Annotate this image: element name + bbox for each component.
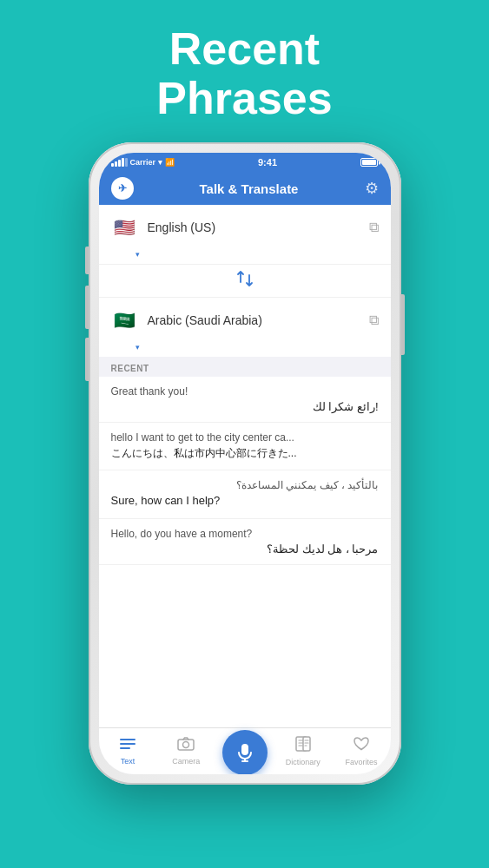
battery-icon [360, 158, 378, 167]
tab-favorites-label: Favorites [345, 758, 377, 766]
phrase-english: hello I want to get to the city center c… [111, 431, 379, 444]
to-language-row[interactable]: 🇸🇦 Arabic (Saudi Arabia) ⧉ [99, 298, 391, 343]
list-item[interactable]: Hello, do you have a moment? مرحبا ، هل … [99, 519, 391, 565]
tab-favorites[interactable]: Favorites [332, 736, 390, 766]
list-item[interactable]: Great thank you! !رائع شكرا لك [99, 377, 391, 423]
phone-mockup: Carrier ▾ 📶 9:41 ✈ Talk & Translate ⚙ 🇺🇸… [89, 142, 401, 785]
to-language-name: Arabic (Saudi Arabia) [148, 313, 369, 327]
tab-dictionary-label: Dictionary [286, 758, 320, 766]
svg-point-4 [183, 742, 189, 748]
tab-mic[interactable] [215, 749, 274, 754]
recent-section-header: RECENT [99, 357, 391, 377]
language-selector-card: 🇺🇸 English (US) ⧉ ▾ 🇸🇦 Arabic (Saudi Ara… [99, 205, 391, 357]
nav-bar: ✈ Talk & Translate ⚙ [99, 172, 391, 205]
phrase-translated: Sure, how can I help? [111, 494, 379, 507]
from-flag: 🇺🇸 [111, 214, 139, 241]
phrase-english: Great thank you! [111, 385, 379, 398]
from-language-chevron[interactable]: ▾ [99, 250, 391, 264]
settings-icon[interactable]: ⚙ [365, 179, 379, 198]
volume-up-button [85, 286, 89, 329]
text-tab-icon [120, 737, 135, 755]
phrase-english: Hello, do you have a moment? [111, 528, 379, 540]
wifi-icon: ▾ 📶 [158, 158, 175, 167]
camera-tab-icon [177, 737, 195, 755]
phrase-translated: !رائع شكرا لك [111, 400, 379, 413]
status-bar: Carrier ▾ 📶 9:41 [99, 153, 391, 172]
status-right-icons [360, 158, 378, 167]
mic-button[interactable] [222, 730, 268, 775]
tab-camera-label: Camera [172, 757, 200, 766]
page-header: Recent Phrases [156, 24, 332, 123]
favorites-tab-icon [353, 736, 370, 756]
svg-rect-5 [241, 744, 248, 755]
svg-rect-12 [303, 737, 310, 751]
tab-camera[interactable]: Camera [157, 737, 215, 766]
list-item[interactable]: بالتأكيد ، كيف يمكنني المساعدة؟ Sure, ho… [99, 470, 391, 519]
app-logo[interactable]: ✈ [111, 177, 134, 200]
status-time: 9:41 [258, 157, 277, 168]
tab-text-label: Text [121, 757, 135, 766]
dictionary-tab-icon [295, 736, 311, 756]
mic-button-wrapper [222, 730, 268, 775]
tab-dictionary[interactable]: Dictionary [274, 736, 332, 766]
to-language-chevron[interactable]: ▾ [99, 343, 391, 357]
phrase-arabic: بالتأكيد ، كيف يمكنني المساعدة؟ [111, 479, 379, 491]
phrase-translated: مرحبا ، هل لديك لحظة؟ [111, 542, 379, 556]
phone-screen: Carrier ▾ 📶 9:41 ✈ Talk & Translate ⚙ 🇺🇸… [99, 153, 391, 774]
from-language-row[interactable]: 🇺🇸 English (US) ⧉ [99, 205, 391, 250]
phrase-translated: こんにちは、私は市内中心部に行きた... [111, 446, 379, 461]
volume-down-button [85, 338, 89, 381]
copy-icon[interactable]: ⧉ [369, 220, 379, 235]
tab-text[interactable]: Text [99, 737, 157, 766]
from-language-name: English (US) [148, 220, 369, 234]
tab-bar: Text Camera [99, 727, 391, 774]
to-flag: 🇸🇦 [111, 306, 139, 334]
swap-icon[interactable] [235, 268, 255, 293]
carrier-label: Carrier ▾ 📶 [111, 158, 175, 167]
copy-icon-2[interactable]: ⧉ [369, 312, 379, 328]
recent-phrases-list: Great thank you! !رائع شكرا لك hello I w… [99, 377, 391, 727]
signal-icon [111, 158, 128, 167]
battery-fill [362, 160, 376, 165]
list-item[interactable]: hello I want to get to the city center c… [99, 423, 391, 470]
swap-languages-row[interactable] [99, 264, 391, 298]
nav-title: Talk & Translate [200, 181, 299, 196]
volume-mute-button [85, 247, 89, 274]
power-button [401, 294, 405, 355]
